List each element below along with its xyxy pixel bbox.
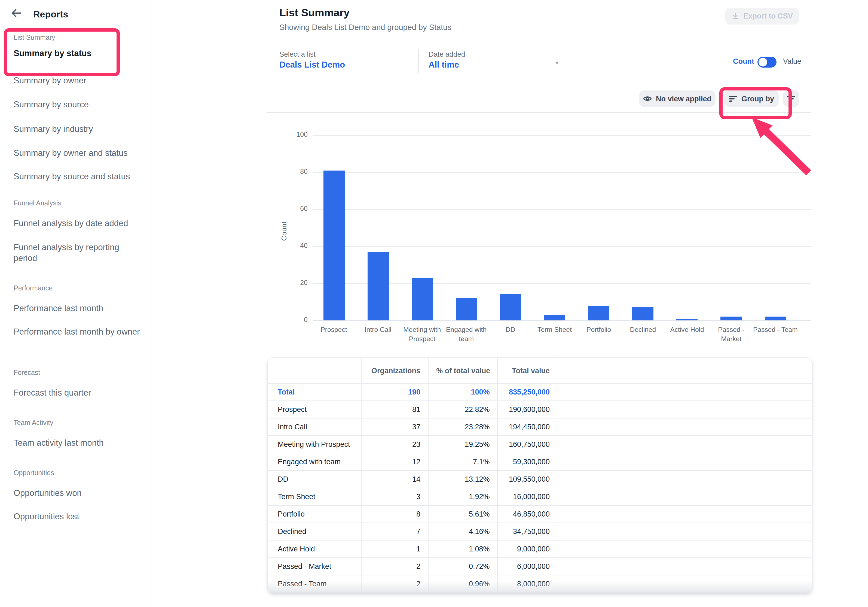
sidebar-item-summary-by-owner-and-status[interactable]: Summary by owner and status	[14, 147, 128, 158]
sidebar-section-label: Opportunities	[14, 469, 54, 477]
sidebar-item-summary-by-source[interactable]: Summary by source	[14, 99, 89, 110]
table-cell: 16,000,000	[498, 488, 558, 505]
download-icon	[731, 12, 739, 20]
summary-table: Organizations% of total valueTotal value…	[268, 358, 812, 593]
table-cell: 8	[361, 505, 428, 523]
table-row: Portfolio85.61%46,850,000	[268, 505, 812, 523]
export-to-csv-button[interactable]: Export to CSV	[725, 8, 799, 25]
table-cell: Total	[268, 383, 361, 401]
table-cell: 81	[361, 401, 428, 418]
table-cell	[558, 575, 812, 593]
table-row: Passed - Team20.96%8,000,000	[268, 575, 812, 593]
table-cell: 9,000,000	[498, 540, 558, 558]
table-cell	[558, 436, 812, 453]
sidebar-item-performance-last-month[interactable]: Performance last month	[14, 303, 103, 314]
chart-bar	[456, 298, 477, 320]
table-column-header: % of total value	[428, 358, 498, 383]
table-cell: 2	[361, 558, 428, 575]
table-column-header-empty	[558, 358, 812, 383]
chart-bar	[765, 317, 786, 320]
table-cell	[558, 505, 812, 523]
no-view-applied-button[interactable]: No view applied	[639, 90, 716, 107]
select-list-label: Select a list	[279, 50, 316, 58]
chart-bar	[544, 315, 565, 320]
sidebar-item-summary-by-status[interactable]: Summary by status	[14, 48, 91, 59]
chevron-down-icon[interactable]: ▾	[555, 59, 558, 67]
table-column-header: Organizations	[361, 358, 428, 383]
sidebar-item-summary-by-owner[interactable]: Summary by owner	[14, 75, 86, 86]
group-by-button[interactable]: Group by	[724, 90, 779, 107]
sidebar-item-team-activity-last-month[interactable]: Team activity last month	[14, 438, 104, 449]
table-cell: Passed - Team	[268, 575, 361, 593]
table-column-header: Total value	[498, 358, 558, 383]
table-row: Declined74.16%34,750,000	[268, 523, 812, 540]
sidebar-item-performance-last-month-by-owner[interactable]: Performance last month by owner	[14, 326, 140, 337]
table-cell: 6,000,000	[498, 558, 558, 575]
x-axis-tick: Term Sheet	[532, 325, 578, 334]
table-cell: 22.82%	[428, 401, 498, 418]
table-cell: 1	[361, 540, 428, 558]
summary-table-container: Organizations% of total valueTotal value…	[267, 357, 812, 593]
table-cell: 0.96%	[428, 575, 498, 593]
toggle-knob	[758, 58, 767, 67]
export-to-csv-label: Export to CSV	[743, 12, 793, 20]
table-cell: Portfolio	[268, 505, 361, 523]
table-row: Engaged with team127.1%59,300,000	[268, 453, 812, 470]
table-cell: 12	[361, 453, 428, 470]
table-cell	[558, 383, 812, 401]
y-axis-tick: 0	[277, 316, 308, 324]
select-list-value[interactable]: Deals List Demo	[279, 60, 345, 70]
sidebar-item-funnel-analysis-by-date-added[interactable]: Funnel analysis by date added	[14, 218, 128, 229]
table-cell	[558, 453, 812, 470]
table-row: Meeting with Prospect2319.25%160,750,000	[268, 436, 812, 453]
sidebar-item-opportunities-lost[interactable]: Opportunities lost	[14, 511, 79, 522]
x-axis-tick: Meeting with Prospect	[399, 325, 445, 343]
sidebar-item-summary-by-industry[interactable]: Summary by industry	[14, 124, 93, 135]
chart-gridline	[313, 320, 811, 321]
table-cell	[558, 401, 812, 418]
y-axis-tick: 80	[277, 168, 308, 175]
table-cell: 835,250,000	[498, 383, 558, 401]
sidebar-section-label: Forecast	[14, 369, 40, 377]
sidebar-item-opportunities-won[interactable]: Opportunities won	[14, 487, 82, 498]
table-header-row: Organizations% of total valueTotal value	[268, 358, 812, 383]
x-axis-tick: Engaged with team	[443, 325, 489, 343]
table-cell: 5.61%	[428, 505, 498, 523]
table-cell: 194,450,000	[498, 418, 558, 436]
table-cell: Active Hold	[268, 540, 361, 558]
chart-gridline	[313, 172, 811, 173]
filter-underline	[279, 76, 567, 76]
chart-bar	[721, 317, 742, 320]
table-cell: Engaged with team	[268, 453, 361, 470]
count-value-toggle[interactable]	[758, 57, 777, 68]
sidebar-item-summary-by-source-and-status[interactable]: Summary by source and status	[14, 171, 130, 182]
table-column-header	[268, 358, 361, 383]
filter-button[interactable]	[783, 90, 800, 107]
chart-bar	[411, 278, 432, 320]
y-axis-tick: 60	[277, 205, 308, 213]
sidebar-header: Reports	[0, 0, 151, 25]
table-row: Intro Call3723.28%194,450,000	[268, 418, 812, 436]
table-total-row: Total190100%835,250,000	[268, 383, 812, 401]
sidebar-title: Reports	[33, 9, 68, 20]
date-added-value[interactable]: All time	[429, 60, 459, 70]
table-cell: 7	[361, 523, 428, 540]
table-row: Passed - Market20.72%6,000,000	[268, 558, 812, 575]
sidebar-section-label: Performance	[14, 284, 53, 292]
sidebar-item-forecast-this-quarter[interactable]: Forecast this quarter	[14, 387, 91, 398]
sidebar-item-funnel-analysis-by-reporting-period[interactable]: Funnel analysis by reporting period	[14, 242, 140, 264]
table-cell: Intro Call	[268, 418, 361, 436]
y-axis-tick: 20	[277, 279, 308, 287]
x-axis-tick: DD	[488, 325, 533, 334]
table-cell: Meeting with Prospect	[268, 436, 361, 453]
table-cell: 34,750,000	[498, 523, 558, 540]
x-axis-tick: Passed - Market	[708, 325, 754, 343]
x-axis-tick: Portfolio	[576, 325, 622, 334]
table-cell: 59,300,000	[498, 453, 558, 470]
back-arrow-icon[interactable]	[10, 7, 24, 20]
x-axis-tick: Intro Call	[355, 325, 401, 334]
table-cell: 190	[361, 383, 428, 401]
x-axis-tick: Passed - Team	[753, 325, 798, 334]
chart-bar	[632, 307, 653, 320]
chart-bar	[367, 252, 389, 320]
